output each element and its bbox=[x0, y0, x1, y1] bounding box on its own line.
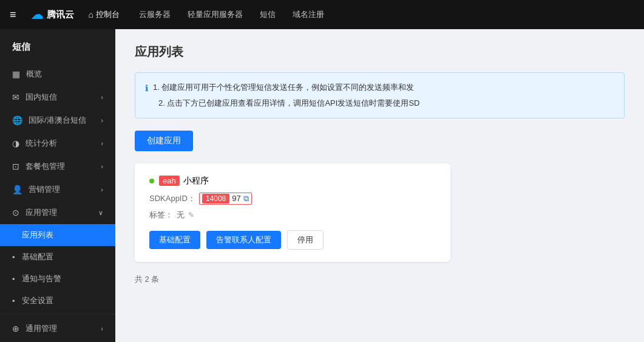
sidebar-item-label: 通用管理 bbox=[25, 323, 57, 334]
app-name: eah 小程序 bbox=[159, 176, 209, 186]
sidebar-item-basic-config[interactable]: 基础配置 bbox=[0, 246, 115, 268]
sidebar-item-app-mgmt[interactable]: ⊙ 应用管理 ∨ bbox=[0, 201, 115, 224]
chevron-down-icon: › bbox=[101, 186, 103, 193]
logo-icon: ☁ bbox=[31, 7, 43, 22]
chevron-up-icon: ∨ bbox=[98, 209, 103, 217]
sidebar-item-label: 应用管理 bbox=[25, 207, 57, 218]
app-mgmt-icon: ⊙ bbox=[12, 208, 19, 217]
marketing-icon: 👤 bbox=[12, 185, 22, 194]
page-title: 应用列表 bbox=[135, 44, 625, 60]
app-name-suffix: 小程序 bbox=[183, 176, 209, 185]
sidebar-item-intl-sms[interactable]: 🌐 国际/港澳台短信 › bbox=[0, 109, 115, 132]
sidebar-item-label: 套餐包管理 bbox=[25, 161, 65, 172]
sidebar-item-notifications[interactable]: 通知与告警 bbox=[0, 268, 115, 290]
create-app-button[interactable]: 创建应用 bbox=[135, 131, 193, 151]
info-banner: ℹ 1. 创建应用可用于个性化管理短信发送任务，例如设置不同的发送频率和发 2.… bbox=[135, 72, 625, 118]
app-name-redacted: eah bbox=[159, 176, 180, 186]
overview-icon: ▦ bbox=[12, 69, 20, 79]
disable-button[interactable]: 停用 bbox=[287, 230, 324, 250]
info-line-2: 2. 点击下方已创建应用查看应用详情，调用短信API发送短信时需要使用SD bbox=[158, 96, 419, 110]
content-area: 应用列表 ℹ 1. 创建应用可用于个性化管理短信发送任务，例如设置不同的发送频率… bbox=[115, 29, 644, 342]
sidebar-item-security[interactable]: 安全设置 bbox=[0, 290, 115, 312]
nav-links: 云服务器 轻量应用服务器 短信 域名注册 bbox=[139, 9, 324, 20]
sidebar-item-label: 国际/港澳台短信 bbox=[29, 115, 86, 126]
sidebar-sub-item-label: 通知与告警 bbox=[22, 273, 61, 284]
top-navigation: ≡ ☁ 腾讯云 ⌂ 控制台 云服务器 轻量应用服务器 短信 域名注册 bbox=[0, 0, 644, 29]
sidebar-item-label: 营销管理 bbox=[29, 184, 60, 195]
nav-link-cloud-server[interactable]: 云服务器 bbox=[139, 9, 171, 20]
nav-link-domain[interactable]: 域名注册 bbox=[293, 9, 324, 20]
chevron-down-icon: › bbox=[101, 325, 103, 332]
chevron-down-icon: › bbox=[101, 140, 103, 147]
logo-text: 腾讯云 bbox=[47, 9, 74, 21]
status-dot-active bbox=[149, 179, 154, 183]
sidebar-item-stats[interactable]: ◑ 统计分析 › bbox=[0, 132, 115, 155]
sidebar-divider bbox=[0, 314, 115, 315]
chevron-down-icon: › bbox=[101, 94, 103, 101]
sidebar-sub-item-label: 基础配置 bbox=[22, 251, 53, 262]
card-actions: 基础配置 告警联系人配置 停用 bbox=[149, 230, 436, 250]
main-layout: 短信 ▦ 概览 ✉ 国内短信 › 🌐 国际/港澳台短信 › ◑ 统计分析 › ⊡… bbox=[0, 29, 644, 342]
sidebar: 短信 ▦ 概览 ✉ 国内短信 › 🌐 国际/港澳台短信 › ◑ 统计分析 › ⊡… bbox=[0, 29, 115, 342]
sdk-label: SDKAppID： bbox=[149, 193, 195, 204]
menu-icon[interactable]: ≡ bbox=[10, 9, 16, 21]
tag-row: 标签： 无 ✎ bbox=[149, 210, 436, 221]
total-count: 共 2 条 bbox=[135, 274, 625, 285]
sidebar-item-label: 国内短信 bbox=[25, 92, 57, 103]
general-mgmt-icon: ⊕ bbox=[12, 324, 19, 333]
chevron-down-icon: › bbox=[101, 117, 103, 124]
intl-sms-icon: 🌐 bbox=[12, 115, 22, 125]
stats-icon: ◑ bbox=[12, 139, 19, 148]
copy-icon[interactable]: ⧉ bbox=[243, 194, 249, 203]
app-card-header: eah 小程序 bbox=[149, 176, 436, 186]
info-line-1: 1. 创建应用可用于个性化管理短信发送任务，例如设置不同的发送频率和发 bbox=[153, 80, 414, 94]
tag-label: 标签： bbox=[149, 210, 173, 221]
control-panel-link[interactable]: ⌂ 控制台 bbox=[89, 9, 120, 20]
sdk-row: SDKAppID： 14008 97 ⧉ bbox=[149, 193, 436, 205]
control-panel-label: 控制台 bbox=[96, 9, 120, 20]
alert-config-button[interactable]: 告警联系人配置 bbox=[206, 231, 281, 249]
info-icon: ℹ bbox=[145, 81, 148, 96]
sdk-suffix: 97 bbox=[232, 194, 240, 203]
sidebar-item-packages[interactable]: ⊡ 套餐包管理 › bbox=[0, 155, 115, 178]
sidebar-sub-item-label: 应用列表 bbox=[22, 230, 53, 241]
sidebar-item-domestic-sms[interactable]: ✉ 国内短信 › bbox=[0, 86, 115, 109]
sidebar-sub-item-label: 安全设置 bbox=[22, 295, 53, 306]
edit-icon[interactable]: ✎ bbox=[188, 211, 194, 219]
basic-config-button[interactable]: 基础配置 bbox=[149, 231, 200, 249]
info-row-1: ℹ 1. 创建应用可用于个性化管理短信发送任务，例如设置不同的发送频率和发 bbox=[145, 80, 614, 96]
packages-icon: ⊡ bbox=[12, 162, 19, 171]
logo: ☁ 腾讯云 bbox=[31, 7, 74, 22]
tag-value: 无 bbox=[177, 210, 185, 221]
nav-link-lightweight[interactable]: 轻量应用服务器 bbox=[188, 9, 243, 20]
home-icon: ⌂ bbox=[89, 10, 93, 19]
sidebar-item-general-mgmt[interactable]: ⊕ 通用管理 › bbox=[0, 317, 115, 340]
sidebar-item-marketing[interactable]: 👤 营销管理 › bbox=[0, 178, 115, 201]
domestic-sms-icon: ✉ bbox=[12, 92, 19, 102]
sidebar-title: 短信 bbox=[0, 34, 115, 63]
nav-link-sms[interactable]: 短信 bbox=[260, 9, 276, 20]
sidebar-item-label: 统计分析 bbox=[25, 138, 57, 149]
sdk-value-box: 14008 97 ⧉ bbox=[199, 193, 252, 205]
sidebar-item-label: 概览 bbox=[26, 69, 42, 80]
chevron-down-icon: › bbox=[101, 163, 103, 170]
sidebar-item-overview[interactable]: ▦ 概览 bbox=[0, 63, 115, 86]
info-row-2: 2. 点击下方已创建应用查看应用详情，调用短信API发送短信时需要使用SD bbox=[158, 96, 614, 110]
sdk-redacted: 14008 bbox=[202, 194, 229, 203]
sidebar-item-app-list[interactable]: 应用列表 bbox=[0, 224, 115, 246]
app-card: eah 小程序 SDKAppID： 14008 97 ⧉ 标签： 无 ✎ 基础配… bbox=[135, 163, 450, 262]
